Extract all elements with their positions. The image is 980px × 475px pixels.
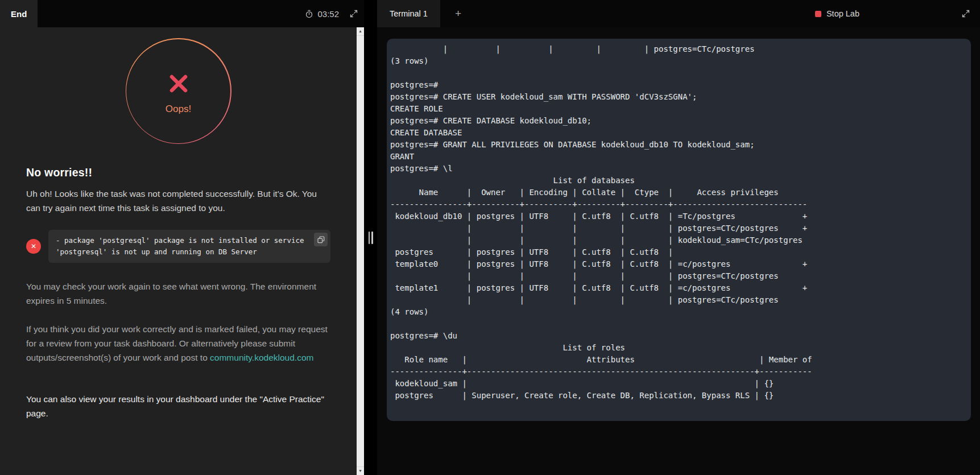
stopwatch-icon [305, 10, 313, 18]
copy-error-button[interactable] [314, 233, 328, 246]
tab-terminal-1-label: Terminal 1 [390, 9, 428, 18]
check-work-text: You may check your work again to see wha… [26, 279, 330, 308]
copy-icon [317, 236, 325, 243]
scrollbar-up-arrow[interactable]: ▲ [357, 27, 364, 35]
error-message-row: ✕ - package 'postgresql' package is not … [26, 230, 330, 263]
review-text: If you think you did your work correctly… [26, 322, 330, 365]
terminal-header-actions: Stop Lab [815, 9, 980, 19]
result-content: Oops! No worries!! Uh oh! Looks like the… [0, 27, 357, 475]
session-timer: 03:52 [305, 9, 339, 19]
error-message-box: - package 'postgresql' package is not in… [48, 230, 330, 263]
timer-value: 03:52 [317, 9, 339, 19]
new-terminal-tab-button[interactable]: + [455, 7, 461, 20]
scrollbar-down-arrow[interactable]: ▼ [357, 467, 364, 475]
result-heading: No worries!! [26, 166, 330, 179]
tab-end-label: End [11, 9, 27, 19]
terminal-output: | | | | | postgres=CTc/postgres (3 rows)… [390, 43, 965, 402]
result-status-ring: Oops! [126, 38, 231, 144]
resize-grip-icon [369, 232, 373, 244]
stop-lab-button[interactable]: Stop Lab [815, 9, 859, 18]
scrollbar-thumb[interactable] [357, 35, 364, 467]
terminal-header: Terminal 1 + Stop Lab [377, 0, 980, 27]
community-link[interactable]: community.kodekloud.com [210, 353, 313, 362]
result-intro-text: Uh oh! Looks like the task was not compl… [26, 187, 330, 215]
tab-end[interactable]: End [0, 0, 38, 27]
expand-left-panel-button[interactable] [349, 9, 359, 19]
error-x-icon: ✕ [26, 239, 41, 254]
expand-icon [962, 10, 970, 18]
panel-resize-handle[interactable] [364, 0, 377, 475]
left-pane-header: End 03:52 [0, 0, 364, 27]
app-window: End 03:52 [0, 0, 980, 475]
stop-square-icon [815, 11, 821, 17]
terminal-panel: Terminal 1 + Stop Lab | | [377, 0, 980, 475]
tab-terminal-1[interactable]: Terminal 1 [377, 0, 440, 27]
task-result-panel: End 03:52 [0, 0, 364, 475]
stop-lab-label: Stop Lab [826, 9, 859, 18]
result-status-inner: Oops! [126, 39, 230, 143]
error-message-text: - package 'postgresql' package is not in… [56, 235, 311, 258]
expand-icon [350, 10, 358, 18]
left-header-actions: 03:52 [305, 9, 364, 19]
failure-x-icon [164, 69, 193, 98]
terminal[interactable]: | | | | | postgres=CTc/postgres (3 rows)… [387, 39, 971, 421]
dashboard-note: You can also view your results in your d… [26, 392, 330, 420]
left-panel-scrollbar[interactable]: ▲ ▼ [357, 27, 364, 475]
oops-label: Oops! [166, 104, 191, 115]
expand-terminal-button[interactable] [961, 9, 971, 19]
terminal-area: | | | | | postgres=CTc/postgres (3 rows)… [377, 27, 980, 475]
